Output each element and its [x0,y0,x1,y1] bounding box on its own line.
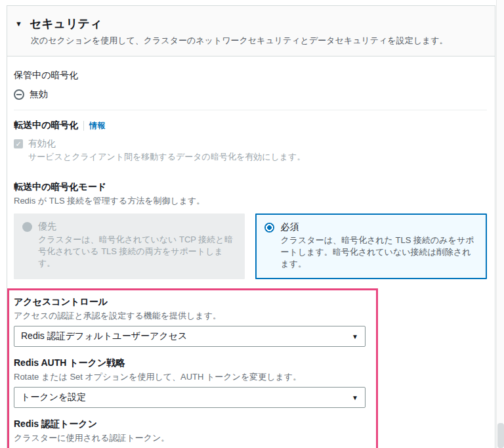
access-control-selected-value: Redis 認証デフォルトユーザーアクセス [21,330,187,342]
auth-token-strategy-label: Redis AUTH トークン戦略 [14,357,487,369]
section-title: セキュリティ [30,16,102,32]
transit-mode-option-preferred: 優先 クラスターは、暗号化されていない TCP 接続と暗号化されている TLS … [14,213,245,279]
transit-enabled-checkbox: ✓ [14,139,23,148]
label-separator [83,121,84,131]
security-section-panel: ▼ セキュリティ 次のセクションを使用して、クラスターのネットワークセキュリティ… [7,5,495,448]
encryption-at-rest-label: 保管中の暗号化 [14,70,487,81]
option-required-description: クラスターは、暗号化された TLS 接続のみをサポートします。暗号化されていない… [280,235,478,270]
auth-token-strategy-selected-value: トークンを設定 [21,392,86,403]
encryption-at-rest-status-text: 無効 [30,89,48,101]
transit-mode-description: Redis が TLS 接続を管理する方法を制御します。 [14,195,487,207]
auth-token-strategy-description: Rotate または Set オプションを使用して、AUTH トークンを変更しま… [14,371,487,383]
divider [14,110,487,110]
security-section-header: ▼ セキュリティ 次のセクションを使用して、クラスターのネットワークセキュリティ… [7,6,495,56]
encryption-in-transit-label: 転送中の暗号化 [14,120,78,131]
access-control-select[interactable]: Redis 認証デフォルトユーザーアクセス ▼ [14,326,366,347]
section-description: 次のセクションを使用して、クラスターのネットワークセキュリティとデータセキュリテ… [31,35,487,47]
radio-selected-icon [264,223,274,233]
radio-unselected-icon [22,222,32,232]
auth-token-strategy-select[interactable]: トークンを設定 ▼ [14,387,366,408]
access-control-description: アクセスの認証と承認を設定する機能を提供します。 [14,310,487,322]
section-expander[interactable]: ▼ セキュリティ [15,16,487,32]
option-preferred-description: クラスターは、暗号化されていない TCP 接続と暗号化されている TLS 接続の… [38,234,236,269]
option-preferred-label: 優先 [38,221,236,233]
vertical-scrollbar[interactable] [496,0,504,448]
transit-mode-label: 転送中の暗号化モード [14,181,487,193]
info-link[interactable]: 情報 [89,120,105,131]
encryption-at-rest-status: 無効 [14,89,487,101]
chevron-down-icon: ▼ [352,333,358,340]
transit-mode-option-required[interactable]: 必須 クラスターは、暗号化された TLS 接続のみをサポートします。暗号化されて… [255,213,487,279]
access-control-label: アクセスコントロール [14,296,487,308]
disabled-minus-icon [14,89,24,100]
transit-enabled-label: 有効化 [28,138,56,150]
chevron-down-icon: ▼ [352,394,358,401]
auth-token-label: Redis 認証トークン [14,418,487,430]
transit-enabled-description: サービスとクライアント間を移動するデータの暗号化を有効にします。 [28,151,487,163]
auth-token-description: クラスターに使用される認証トークン。 [14,432,487,444]
option-required-label: 必須 [280,221,478,233]
scrollbar-thumb[interactable] [497,423,504,448]
caret-down-icon: ▼ [15,20,22,28]
